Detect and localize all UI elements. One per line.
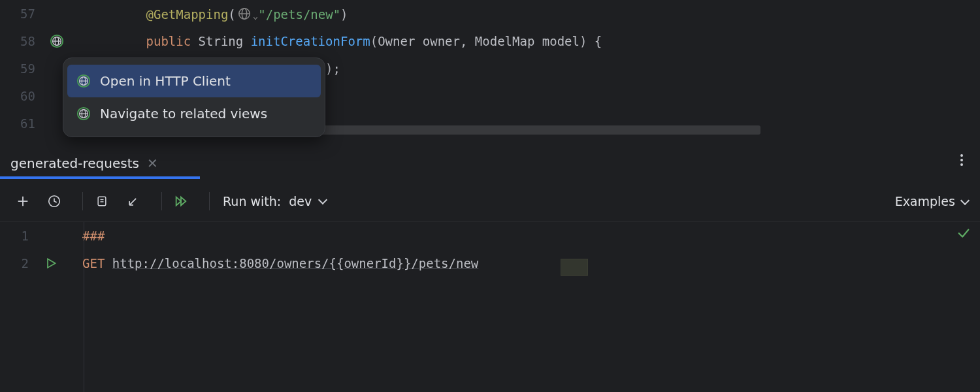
http-line[interactable]: ### xyxy=(82,229,105,243)
examples-dropdown[interactable]: Examples xyxy=(895,194,968,208)
gutter-context-menu: Open in HTTP Client Navigate to related … xyxy=(63,57,325,137)
line-number: 1 xyxy=(0,229,35,243)
history-button[interactable] xyxy=(43,190,65,212)
gutter-endpoint-icon[interactable] xyxy=(42,34,86,48)
menu-item-navigate-views[interactable]: Navigate to related views xyxy=(63,97,325,130)
add-request-button[interactable] xyxy=(12,190,34,212)
more-menu-button[interactable] xyxy=(960,154,963,166)
http-line[interactable]: GET http://localhost:8080/owners/{{owner… xyxy=(82,256,478,270)
svg-marker-23 xyxy=(48,259,56,267)
chevron-down-icon xyxy=(318,195,327,204)
close-icon[interactable]: ✕ xyxy=(147,155,158,171)
import-button[interactable] xyxy=(122,190,144,212)
line-number: 59 xyxy=(0,61,42,76)
environment-selector[interactable]: dev xyxy=(289,194,326,208)
line-number: 60 xyxy=(0,89,42,103)
java-editor-panel: 57 @GetMapping(⌄"/pets/new") 58 public S… xyxy=(0,0,980,149)
editor-tabbar: generated-requests ✕ xyxy=(0,149,980,178)
code-line[interactable]: public String initCreationForm(Owner own… xyxy=(86,34,602,48)
svg-marker-21 xyxy=(176,197,181,205)
menu-item-label: Navigate to related views xyxy=(100,106,267,122)
convert-button[interactable] xyxy=(91,190,113,212)
globe-icon xyxy=(76,106,91,121)
checkmark-icon[interactable] xyxy=(956,226,971,244)
code-line[interactable]: @GetMapping(⌄"/pets/new") xyxy=(86,7,348,22)
line-number: 58 xyxy=(0,34,42,48)
svg-rect-18 xyxy=(98,197,106,205)
globe-icon xyxy=(76,74,91,88)
http-editor-panel: 1 ### 2 GET http://localhost:8080/owners… xyxy=(0,222,980,392)
run-with-label: Run with: xyxy=(223,194,281,208)
http-toolbar: Run with: dev Examples xyxy=(0,180,980,222)
chevron-down-icon xyxy=(960,195,970,204)
run-gutter-button[interactable] xyxy=(35,257,82,270)
line-number: 61 xyxy=(0,116,42,131)
menu-item-open-http-client[interactable]: Open in HTTP Client xyxy=(67,65,321,97)
line-number: 2 xyxy=(0,256,35,270)
globe-icon xyxy=(237,7,252,21)
cursor-selection xyxy=(561,259,588,276)
tab-title: generated-requests xyxy=(10,155,139,171)
tab-generated-requests[interactable]: generated-requests ✕ xyxy=(0,149,169,178)
menu-item-label: Open in HTTP Client xyxy=(100,73,231,89)
run-all-button[interactable] xyxy=(170,190,192,212)
line-number: 57 xyxy=(0,7,42,21)
